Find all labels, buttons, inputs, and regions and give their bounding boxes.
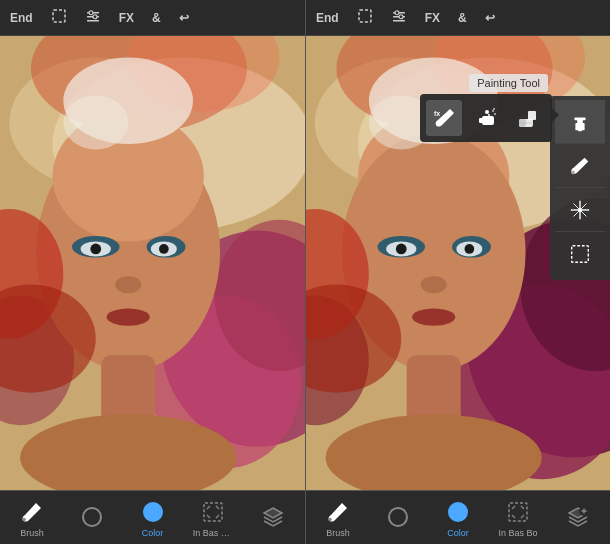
circle-tool-left[interactable] [66, 503, 118, 533]
color-label-right: Color [447, 528, 469, 538]
color-tool-right[interactable]: Color [432, 498, 484, 538]
end-button-left[interactable]: End [6, 9, 37, 27]
svg-rect-75 [479, 118, 483, 123]
svg-point-30 [159, 244, 169, 254]
layers-tool-left[interactable] [247, 503, 299, 533]
svg-text:fx: fx [434, 110, 440, 117]
circle-icon-right [384, 503, 412, 531]
undo-button-left[interactable]: ↩ [175, 9, 193, 27]
svg-point-71 [578, 208, 582, 212]
svg-rect-86 [204, 503, 222, 521]
toolbar-half-right: End FX & ↩ [305, 0, 610, 36]
canvas-panel-left [0, 36, 305, 490]
top-toolbar: End FX & ↩ End [0, 0, 610, 36]
brush-tool[interactable] [555, 144, 605, 188]
svg-point-54 [396, 244, 407, 255]
svg-rect-64 [574, 117, 585, 120]
svg-rect-6 [359, 10, 371, 22]
svg-point-32 [107, 308, 150, 325]
fx-button-left[interactable]: FX [115, 9, 138, 27]
undo-button-right[interactable]: ↩ [481, 9, 499, 27]
bottom-toolbar: Brush Color [0, 490, 610, 544]
circle-tool-right[interactable] [372, 503, 424, 533]
svg-point-10 [395, 11, 399, 15]
brush-tool-left[interactable]: Brush [6, 498, 58, 538]
color-icon-right [444, 498, 472, 526]
adjust-icon-left[interactable] [81, 6, 105, 29]
svg-point-79 [494, 113, 496, 115]
svg-point-56 [421, 276, 447, 293]
color-icon-left [139, 498, 167, 526]
svg-point-66 [571, 170, 575, 174]
svg-point-57 [412, 308, 455, 325]
color-label-left: Color [142, 528, 164, 538]
layers-icon-left [259, 503, 287, 531]
inbasboi-icon-left [199, 498, 227, 526]
svg-rect-65 [578, 128, 582, 131]
select-icon-left[interactable] [47, 6, 71, 29]
eraser-button[interactable] [510, 100, 546, 136]
svg-rect-0 [53, 10, 65, 22]
tools-panel [550, 96, 610, 280]
fx-button-right[interactable]: FX [421, 9, 444, 27]
svg-point-76 [485, 110, 489, 114]
svg-rect-72 [572, 246, 589, 263]
brush-icon-left [18, 498, 46, 526]
circle-icon-left [78, 503, 106, 531]
sparkle-tool[interactable] [555, 188, 605, 232]
painting-tool-tooltip: Painting Tool [469, 74, 548, 92]
inbasboi-label-right: In Bas Bo [498, 528, 537, 538]
amp-button-right[interactable]: & [454, 9, 471, 27]
app-container: End FX & ↩ End [0, 0, 610, 544]
svg-rect-74 [482, 116, 494, 125]
svg-rect-88 [509, 503, 527, 521]
canvas-area: Painting Tool fx [0, 36, 610, 490]
svg-point-78 [492, 110, 494, 112]
selection-tool[interactable] [555, 232, 605, 276]
canvas-panel-right: Painting Tool fx [305, 36, 610, 490]
svg-point-4 [89, 11, 93, 15]
add-tool-right[interactable] [552, 503, 604, 533]
svg-rect-3 [87, 20, 99, 22]
svg-point-80 [493, 108, 495, 110]
svg-point-55 [464, 244, 474, 254]
brush-label-left: Brush [20, 528, 44, 538]
brush-icon-right [324, 498, 352, 526]
add-icon-right [564, 503, 592, 531]
brush-tool-right[interactable]: Brush [312, 498, 364, 538]
stamp-tool[interactable] [555, 100, 605, 144]
inbasboi-tool-right[interactable]: In Bas Bo [492, 498, 544, 538]
svg-rect-9 [393, 20, 405, 22]
color-tool-left[interactable]: Color [126, 498, 178, 538]
svg-point-24 [63, 95, 128, 149]
svg-point-11 [399, 15, 403, 19]
fx-brush-button[interactable]: fx [426, 100, 462, 136]
inbasboi-label-left: In Bas Boi [193, 528, 233, 538]
svg-point-85 [22, 517, 26, 521]
svg-rect-83 [528, 111, 536, 120]
svg-point-87 [328, 517, 332, 521]
toolbar-half-left: End FX & ↩ [0, 0, 305, 36]
svg-point-5 [93, 15, 97, 19]
svg-point-31 [115, 276, 141, 293]
brush-label-right: Brush [326, 528, 350, 538]
spray-button[interactable] [468, 100, 504, 136]
painting-tool-popup: fx [420, 94, 552, 142]
amp-button-left[interactable]: & [148, 9, 165, 27]
inbasboi-tool-left[interactable]: In Bas Boi [187, 498, 239, 538]
bottom-toolbar-right: Brush Color [305, 491, 610, 544]
end-button-right[interactable]: End [312, 9, 343, 27]
svg-point-29 [90, 244, 101, 255]
bottom-toolbar-left: Brush Color [0, 491, 305, 544]
select-icon-right[interactable] [353, 6, 377, 29]
inbasboi-icon-right [504, 498, 532, 526]
adjust-icon-right[interactable] [387, 6, 411, 29]
